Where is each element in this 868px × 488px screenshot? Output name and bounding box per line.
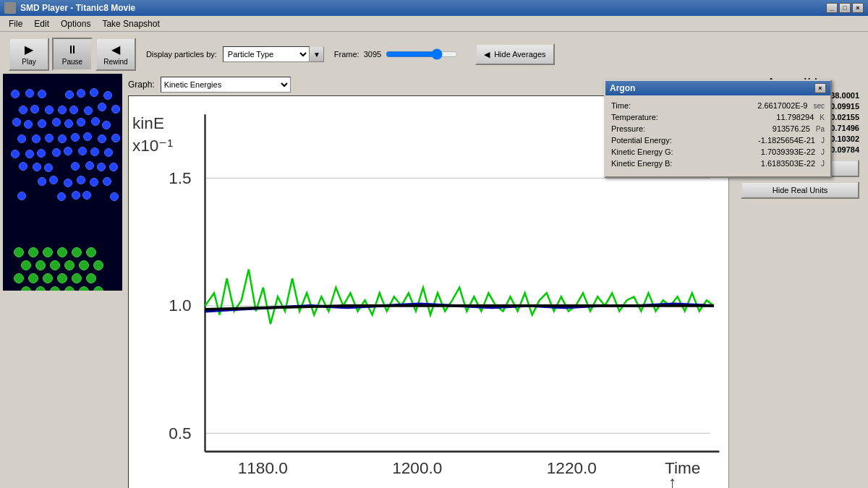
blue-particle [77,118,85,127]
blue-particle [45,134,54,142]
argon-row-value: -1.1825654E-21 [716,136,821,145]
green-particle [93,260,103,270]
green-particle [64,286,75,291]
blue-particle [38,90,46,98]
blue-particle [103,177,111,186]
blue-particle [91,117,100,126]
blue-particle [109,163,118,171]
svg-text:1.0: 1.0 [169,296,191,314]
frame-value: 3095 [364,50,381,59]
blue-particle [64,179,72,187]
close-button[interactable]: × [852,3,864,13]
green-particle [43,247,53,257]
green-particle [86,273,96,283]
blue-particle [33,163,41,171]
rewind-button[interactable]: ◀ Rewind [95,38,136,71]
green-particle [35,260,46,270]
frame-slider[interactable] [386,48,458,60]
blue-particle [24,120,33,129]
green-particle [28,273,38,283]
menu-options[interactable]: Options [55,17,96,30]
argon-row-label: Time: [611,101,712,110]
blue-particle [98,134,106,143]
blue-particle [90,88,98,97]
rewind-icon: ◀ [111,43,120,56]
avg-value: 0.09784 [830,145,859,154]
blue-particle [32,134,41,143]
blue-particle [110,192,119,201]
green-particle [79,260,89,270]
blue-particle [38,119,46,128]
blue-particle [12,118,21,127]
graph-type-select[interactable]: Kinetic Energies [161,77,291,93]
green-particle [35,286,46,291]
blue-particle [49,176,58,184]
graph-select-container: Kinetic Energies [161,77,291,93]
blue-particle [98,103,106,111]
svg-text:1.5: 1.5 [169,169,191,187]
pause-button[interactable]: ⏸ Pause [52,38,93,71]
argon-row-label: Kinetic Energy G: [611,147,716,156]
blue-particle [97,163,106,171]
argon-popup: Argon × Time:2.6617002E-9secTemperature:… [604,80,832,178]
blue-particle [77,176,85,184]
dropdown-arrow[interactable]: ▼ [310,46,324,62]
green-particle [57,273,67,283]
hide-averages-icon: ◀ [484,50,490,59]
blue-particle [52,148,61,157]
menu-file[interactable]: File [3,17,28,30]
frame-section: Frame: 3095 [334,48,458,60]
hide-real-units-button[interactable]: Hide Real Units [741,181,859,199]
pause-label: Pause [62,58,82,66]
blue-particle [19,162,27,171]
title-text: SMD Player - Titanic8 Movie [20,3,135,13]
green-particle [72,247,82,257]
green-particle [57,247,67,257]
green-particle [79,286,89,291]
argon-row-unit: J [821,160,825,168]
argon-title: Argon [610,83,635,93]
argon-row-value: 1.7039393E-22 [716,147,821,156]
argon-row-unit: Pa [816,125,825,133]
particle-type-select[interactable]: Particle Type [223,46,310,62]
argon-row-label: Potential Energy: [611,136,716,145]
blue-particle [37,149,46,158]
maximize-button[interactable]: □ [839,3,851,13]
blue-particle [90,178,98,187]
blue-particle [103,91,112,100]
blue-particle [58,134,67,143]
display-particles-label: Display particles by: [146,50,217,59]
blue-particle [77,89,85,98]
blue-particle [64,147,72,155]
blue-particle [85,161,94,170]
blue-particle [82,191,91,200]
svg-text:1200.0: 1200.0 [392,459,442,477]
hide-averages-button[interactable]: ◀ Hide Averages [475,43,554,65]
argon-row-unit: J [821,137,825,145]
svg-text:↑: ↑ [668,474,676,488]
simulation-canvas [3,74,122,291]
blue-particle [57,192,66,201]
argon-row-label: Pressure: [611,124,713,133]
play-button[interactable]: ▶ Play [9,38,49,71]
avg-value: 0.10302 [830,134,859,143]
argon-row-unit: sec [813,102,825,110]
argon-row-value: 1.6183503E-22 [716,159,821,168]
argon-close-button[interactable]: × [814,83,826,93]
blue-particle [11,150,20,158]
green-particle [86,247,96,257]
menu-edit[interactable]: Edit [28,17,55,30]
blue-particle [111,105,120,114]
blue-particle [45,106,54,114]
argon-content: Time:2.6617002E-9secTemperature:11.79829… [605,95,830,176]
blue-particle [104,148,113,157]
blue-particle [69,106,78,114]
argon-row: Potential Energy:-1.1825654E-21J [611,136,825,145]
argon-row-label: Temperature: [611,113,715,121]
argon-row: Temperature:11.798294K [611,113,825,121]
svg-text:kinE: kinE [132,114,164,132]
menu-take-snapshot[interactable]: Take Snapshot [96,17,165,30]
minimize-button[interactable]: _ [826,3,838,13]
svg-text:x10⁻¹: x10⁻¹ [132,137,173,155]
title-bar-controls: _ □ × [826,3,864,13]
